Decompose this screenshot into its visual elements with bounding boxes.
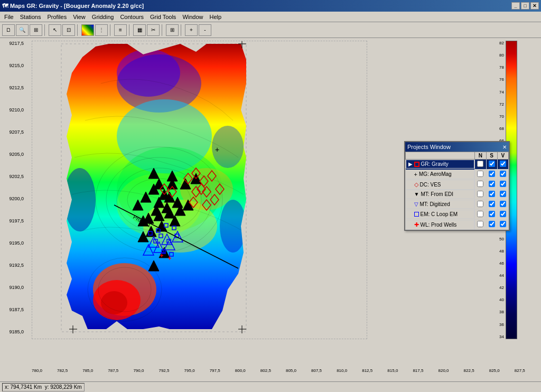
row-icon-0 <box>414 162 419 167</box>
grid-button[interactable]: ▦ <box>133 24 146 36</box>
proj-s-3[interactable] <box>486 190 497 200</box>
proj-n-6[interactable] <box>475 220 486 230</box>
proj-v-4[interactable] <box>497 200 508 210</box>
proj-row-3[interactable]: ▶ ▼ MT: From EDI <box>406 190 509 200</box>
proj-n-1[interactable] <box>475 170 486 180</box>
menu-window[interactable]: Window <box>179 13 206 21</box>
proj-row-0[interactable]: ▶ GR: Gravity <box>406 160 509 170</box>
x-822: 822,5 <box>464 368 474 373</box>
y-label-9: 9195,0 <box>9 240 24 246</box>
proj-s-6[interactable] <box>486 220 497 230</box>
minimize-button[interactable]: _ <box>511 2 520 10</box>
proj-row-5[interactable]: ▶ EM: C Loop EM <box>406 210 509 220</box>
window-controls: _ □ ✕ <box>511 2 539 10</box>
proj-name-3: ▶ ▼ MT: From EDI <box>406 190 475 199</box>
sep5 <box>162 24 164 36</box>
y-label-11: 9190,0 <box>9 285 24 290</box>
menu-grid-tools[interactable]: Grid Tools <box>147 13 179 21</box>
minus-button[interactable]: - <box>199 24 211 36</box>
projects-table: N S V ▶ GR: Gravity <box>405 152 509 230</box>
pattern-button[interactable]: ⋮ <box>95 24 108 36</box>
scale-38: 38 <box>499 310 504 314</box>
row-icon-2: ◇ <box>414 181 418 188</box>
select-button[interactable]: ↖ <box>49 24 61 36</box>
proj-v-2[interactable] <box>497 180 508 190</box>
proj-row-6[interactable]: ▶ ✚ WL: Prod Wells <box>406 220 509 230</box>
status-x-value: 794,7341 Km <box>11 384 42 390</box>
scale-82: 82 <box>499 41 504 45</box>
x-790: 790,0 <box>133 368 144 373</box>
menu-gridding[interactable]: Gridding <box>89 13 117 21</box>
menu-help[interactable]: Help <box>207 13 225 21</box>
y-label-10: 9192,5 <box>9 263 24 268</box>
zoom-button[interactable]: 🔍 <box>16 24 29 36</box>
proj-n-2[interactable] <box>475 180 486 190</box>
scale-76: 76 <box>499 77 504 82</box>
row-label-0: GR: Gravity <box>421 161 449 167</box>
scale-74: 74 <box>499 90 504 95</box>
menu-view[interactable]: View <box>70 13 89 21</box>
x-780: 780,0 <box>32 368 42 373</box>
scale-78: 78 <box>499 65 504 70</box>
proj-s-5[interactable] <box>486 210 497 220</box>
proj-n-5[interactable] <box>475 210 486 220</box>
menu-stations[interactable]: Stations <box>17 13 44 21</box>
proj-name-1: ▶ + MG: AeroMag <box>406 170 475 179</box>
maximize-button[interactable]: □ <box>521 2 529 10</box>
y-axis: 9217,5 9215,0 9212,5 9210,0 9207,5 9205,… <box>0 38 26 381</box>
proj-name-2: ▶ ◇ DC: VES <box>406 180 475 190</box>
edit-button[interactable]: ✂ <box>147 24 160 36</box>
main-area: 9217,5 9215,0 9212,5 9210,0 9207,5 9205,… <box>0 38 541 381</box>
close-button[interactable]: ✕ <box>530 2 539 10</box>
row-icon-3: ▼ <box>414 191 419 197</box>
row-label-5: EM: C Loop EM <box>421 211 458 217</box>
proj-row-1[interactable]: ▶ + MG: AeroMag <box>406 170 509 180</box>
proj-s-2[interactable] <box>486 180 497 190</box>
proj-s-4[interactable] <box>486 200 497 210</box>
col-v: V <box>497 152 508 160</box>
menu-contours[interactable]: Contours <box>117 13 147 21</box>
menu-file[interactable]: File <box>1 13 17 21</box>
crop-button[interactable]: ⊡ <box>62 24 75 36</box>
scale-72: 72 <box>499 102 504 107</box>
projects-close-button[interactable]: ✕ <box>502 144 507 150</box>
row-label-3: MT: From EDI <box>421 191 453 197</box>
proj-s-0[interactable] <box>486 160 497 170</box>
data-button[interactable]: ≡ <box>114 24 127 36</box>
y-label-8: 9197,5 <box>9 218 24 223</box>
proj-row-2[interactable]: ▶ ◇ DC: VES <box>406 180 509 190</box>
proj-v-0[interactable] <box>497 160 508 170</box>
scale-50: 50 <box>499 237 504 241</box>
status-y-label: y: <box>45 384 49 390</box>
window-button[interactable]: ⊞ <box>30 24 42 36</box>
proj-n-3[interactable] <box>475 190 486 200</box>
scale-68: 68 <box>499 126 504 131</box>
row-label-4: MT: Digitized <box>420 201 450 207</box>
col-name <box>406 152 475 160</box>
row-icon-6: ✚ <box>414 221 419 228</box>
plus-button[interactable]: + <box>185 24 198 36</box>
proj-v-6[interactable] <box>497 220 508 230</box>
scale-48: 48 <box>499 249 504 254</box>
menu-profiles[interactable]: Profiles <box>44 13 70 21</box>
new-button[interactable]: 🗋 <box>2 24 15 36</box>
proj-n-0[interactable] <box>475 160 486 170</box>
x-817: 817,5 <box>413 368 423 373</box>
scale-44: 44 <box>499 273 504 278</box>
proj-s-1[interactable] <box>486 170 497 180</box>
map-container[interactable]: + + + Profile 1 <box>26 38 541 381</box>
proj-v-3[interactable] <box>497 190 508 200</box>
status-bar: x: 794,7341 Km y: 9208,229 Km <box>0 381 541 392</box>
x-787: 787,5 <box>108 368 118 373</box>
proj-n-4[interactable] <box>475 200 486 210</box>
proj-v-1[interactable] <box>497 170 508 180</box>
window-title: Maps GR: Gravity - [Bouguer Anomaly 2.20… <box>10 3 144 9</box>
table-button[interactable]: ⊞ <box>166 24 179 36</box>
row-arrow-4: ▶ <box>408 201 413 207</box>
proj-row-4[interactable]: ▶ ▽ MT: Digitized <box>406 200 509 210</box>
svg-text:+: + <box>167 255 171 262</box>
proj-name-5: ▶ EM: C Loop EM <box>406 210 475 219</box>
row-arrow-0: ▶ <box>408 161 413 167</box>
color-button[interactable]: C <box>81 24 94 36</box>
proj-v-5[interactable] <box>497 210 508 220</box>
